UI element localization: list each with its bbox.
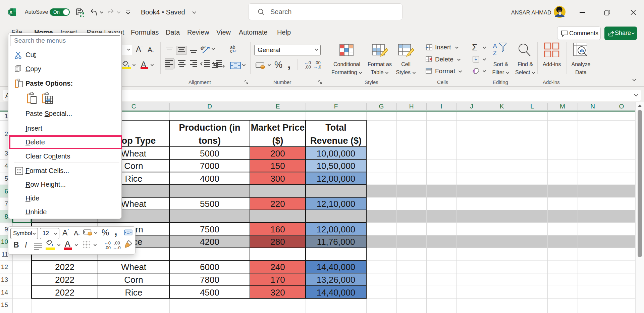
svg-text:240: 240 (270, 262, 285, 272)
svg-text:12,00,000: 12,00,000 (317, 224, 356, 234)
svg-text:tons): tons) (199, 136, 221, 146)
svg-text:170: 170 (270, 275, 285, 285)
svg-text:6: 6 (4, 188, 8, 195)
svg-text:($): ($) (272, 136, 283, 146)
svg-text:Wheat: Wheat (121, 262, 147, 272)
svg-text:200: 200 (270, 148, 285, 159)
svg-text:2022: 2022 (55, 275, 74, 285)
svg-text:320: 320 (270, 287, 285, 298)
svg-text:O: O (619, 103, 624, 110)
svg-text:5000: 5000 (200, 148, 219, 159)
svg-text:10,50,000: 10,50,000 (317, 161, 356, 171)
svg-text:300: 300 (270, 174, 285, 184)
svg-text:I: I (440, 103, 442, 110)
svg-text:220: 220 (270, 199, 285, 209)
svg-text:7: 7 (4, 200, 8, 207)
svg-text:12,00,000: 12,00,000 (317, 174, 356, 184)
svg-text:5500: 5500 (200, 199, 219, 209)
svg-text:N: N (590, 103, 595, 110)
svg-text:7500: 7500 (200, 224, 219, 234)
svg-text:3: 3 (4, 150, 8, 157)
svg-text:Market Price: Market Price (251, 123, 305, 133)
svg-text:13: 13 (1, 276, 8, 283)
svg-text:E: E (276, 103, 280, 110)
svg-text:6000: 6000 (200, 262, 219, 272)
svg-text:280: 280 (270, 237, 285, 247)
svg-text:2022: 2022 (55, 262, 74, 272)
svg-text:Total: Total (325, 123, 346, 133)
svg-text:M: M (560, 103, 565, 110)
svg-text:4: 4 (4, 162, 8, 169)
svg-text:4200: 4200 (200, 237, 219, 247)
svg-text:2: 2 (4, 130, 8, 137)
svg-text:9: 9 (4, 226, 8, 233)
svg-text:150: 150 (270, 161, 285, 171)
svg-text:Production (in: Production (in (179, 123, 240, 133)
svg-text:160: 160 (270, 224, 285, 234)
svg-text:X: X (9, 10, 12, 15)
svg-text:2022: 2022 (55, 287, 74, 298)
svg-text:10: 10 (1, 238, 8, 245)
svg-text:10,00,000: 10,00,000 (317, 148, 356, 159)
svg-text:7800: 7800 (200, 275, 219, 285)
svg-text:1: 1 (4, 113, 8, 120)
svg-text:14: 14 (1, 289, 8, 296)
svg-text:D: D (207, 103, 212, 110)
svg-text:8: 8 (4, 213, 8, 220)
svg-text:J: J (470, 103, 473, 110)
svg-text:F: F (334, 103, 338, 110)
svg-text:13,26,000: 13,26,000 (317, 275, 356, 285)
svg-text:Wheat: Wheat (121, 148, 147, 159)
svg-text:Z: Z (493, 50, 496, 56)
svg-text:4500: 4500 (200, 287, 219, 298)
svg-text:C: C (131, 103, 136, 110)
svg-text:H: H (409, 103, 414, 110)
svg-text:14,40,000: 14,40,000 (317, 287, 356, 298)
svg-text:4000: 4000 (200, 174, 219, 184)
svg-text:A: A (493, 43, 497, 49)
svg-text:Rice: Rice (125, 174, 142, 184)
svg-text:14,40,000: 14,40,000 (317, 262, 356, 272)
svg-text:K: K (500, 103, 504, 110)
svg-text:11: 11 (1, 251, 8, 258)
svg-text:L: L (530, 103, 534, 110)
svg-text:11,76,000: 11,76,000 (317, 237, 355, 247)
svg-text:7000: 7000 (200, 161, 219, 171)
svg-text:Corn: Corn (124, 275, 143, 285)
svg-text:G: G (379, 103, 384, 110)
svg-text:5: 5 (4, 175, 8, 182)
svg-text:Wheat: Wheat (121, 199, 147, 209)
svg-text:Corn: Corn (124, 161, 143, 171)
svg-text:12,10,000: 12,10,000 (317, 199, 356, 209)
svg-text:Revenue ($): Revenue ($) (310, 136, 362, 146)
svg-text:15: 15 (1, 301, 8, 308)
svg-text:12: 12 (1, 263, 8, 270)
svg-text:Rice: Rice (125, 287, 142, 298)
